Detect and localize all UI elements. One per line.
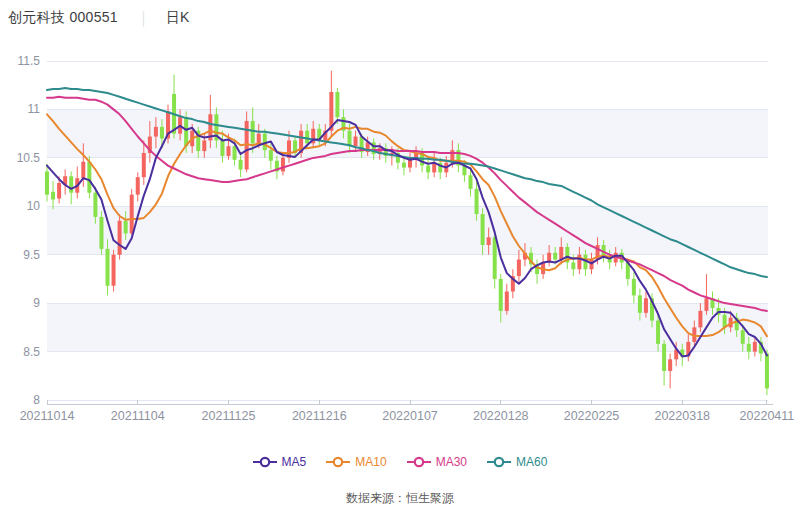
y-axis-tick-label: 10 xyxy=(27,199,41,213)
candle[interactable] xyxy=(233,146,237,160)
stock-chart-app: 创元科技 000551 │ 日K 11.51110.5109.598.58202… xyxy=(0,0,800,517)
x-axis-tick-label: 20211014 xyxy=(20,409,75,423)
candle[interactable] xyxy=(335,92,339,117)
y-axis-tick-label: 9 xyxy=(33,296,40,310)
candle[interactable] xyxy=(408,160,412,168)
ma30-legend-marker-icon xyxy=(407,456,431,468)
candle[interactable] xyxy=(402,163,406,168)
candle[interactable] xyxy=(493,237,497,279)
candle[interactable] xyxy=(305,131,309,144)
candle[interactable] xyxy=(45,171,49,194)
legend-item-ma10[interactable]: MA10 xyxy=(326,455,386,469)
candle[interactable] xyxy=(251,121,255,143)
candle[interactable] xyxy=(426,166,430,173)
candle[interactable] xyxy=(160,127,164,139)
candle[interactable] xyxy=(571,262,575,269)
candle[interactable] xyxy=(348,131,352,146)
y-axis-tick-label: 11.5 xyxy=(18,54,41,68)
candle[interactable] xyxy=(51,192,55,200)
ma10-legend-marker-icon xyxy=(326,456,350,468)
x-axis-tick-label: 20220318 xyxy=(654,409,710,423)
candle[interactable] xyxy=(112,255,116,286)
candle[interactable] xyxy=(741,330,745,344)
candle[interactable] xyxy=(81,162,85,178)
candle[interactable] xyxy=(239,160,243,170)
candle[interactable] xyxy=(662,344,666,371)
candle[interactable] xyxy=(487,237,491,245)
y-axis-labels: 11.51110.5109.598.58 xyxy=(17,54,41,407)
legend-item-ma30[interactable]: MA30 xyxy=(407,455,467,469)
candle[interactable] xyxy=(106,249,110,286)
y-axis-tick-label: 10.5 xyxy=(17,151,41,165)
candle[interactable] xyxy=(227,146,231,156)
candle[interactable] xyxy=(698,311,702,327)
candle[interactable] xyxy=(753,342,757,352)
candle[interactable] xyxy=(354,137,358,147)
candle[interactable] xyxy=(765,354,769,389)
legend-label-ma30: MA30 xyxy=(436,455,467,469)
legend-item-ma60[interactable]: MA60 xyxy=(487,455,547,469)
legend-label-ma60: MA60 xyxy=(516,455,547,469)
candle[interactable] xyxy=(747,344,751,352)
candle[interactable] xyxy=(93,193,97,217)
x-axis-tick-label: 20220411 xyxy=(740,409,795,423)
candle[interactable] xyxy=(517,260,521,276)
price-bands xyxy=(47,109,768,351)
candle[interactable] xyxy=(668,359,672,371)
x-axis-tick-label: 20220128 xyxy=(473,409,529,423)
candle[interactable] xyxy=(184,117,188,146)
band xyxy=(47,206,768,254)
candle[interactable] xyxy=(118,221,122,255)
x-axis-tick-label: 20211104 xyxy=(111,409,165,423)
candle[interactable] xyxy=(99,217,103,249)
candle[interactable] xyxy=(87,162,91,193)
candle[interactable] xyxy=(220,140,224,155)
legend-item-ma5[interactable]: MA5 xyxy=(253,455,307,469)
x-axis-tick-label: 20211216 xyxy=(292,409,347,423)
x-axis-tick-label: 20220225 xyxy=(564,409,620,423)
candle[interactable] xyxy=(475,189,479,214)
candle[interactable] xyxy=(142,153,146,177)
candle[interactable] xyxy=(124,221,128,234)
candle[interactable] xyxy=(257,134,261,144)
candle[interactable] xyxy=(57,183,61,198)
y-axis-tick-label: 8.5 xyxy=(23,345,40,359)
x-axis-tick-label: 20220107 xyxy=(382,409,438,423)
candle[interactable] xyxy=(130,195,134,234)
y-axis-tick-label: 8 xyxy=(33,393,40,407)
ma5-legend-marker-icon xyxy=(253,456,277,468)
candle[interactable] xyxy=(281,158,285,172)
kline-chart[interactable]: 11.51110.5109.598.5820211014202111042021… xyxy=(0,0,800,440)
candle[interactable] xyxy=(704,298,708,311)
legend-label-ma10: MA10 xyxy=(355,455,386,469)
candle[interactable] xyxy=(481,214,485,245)
candle[interactable] xyxy=(638,295,642,312)
candle[interactable] xyxy=(136,177,140,194)
candle[interactable] xyxy=(656,321,660,344)
candle[interactable] xyxy=(202,140,206,151)
candle[interactable] xyxy=(632,279,636,295)
candle[interactable] xyxy=(69,176,73,192)
ma60-legend-marker-icon xyxy=(487,456,511,468)
candle[interactable] xyxy=(559,247,563,260)
candle[interactable] xyxy=(269,150,273,161)
candle[interactable] xyxy=(154,127,158,137)
chart-legend: MA5 MA10 MA30 MA60 xyxy=(0,455,800,469)
candle[interactable] xyxy=(499,279,503,311)
candle[interactable] xyxy=(505,292,509,311)
legend-label-ma5: MA5 xyxy=(282,455,307,469)
data-source-note: 数据来源：恒生聚源 xyxy=(0,490,800,507)
candle[interactable] xyxy=(553,253,557,260)
y-axis-tick-label: 9.5 xyxy=(23,248,40,262)
candle[interactable] xyxy=(644,298,648,313)
candle[interactable] xyxy=(469,175,473,189)
y-axis-tick-label: 11 xyxy=(28,102,41,116)
x-axis: 2021101420211104202111252021121620220107… xyxy=(20,400,795,423)
x-axis-tick-label: 20211125 xyxy=(202,409,256,423)
